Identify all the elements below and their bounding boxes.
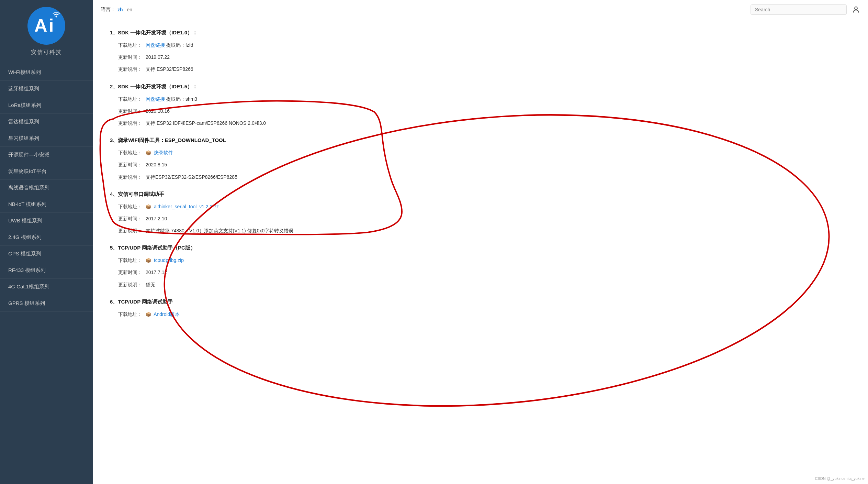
- field-label: 下载地址：: [118, 148, 146, 157]
- file-icon: 📦: [146, 256, 151, 264]
- sdk15-download-link[interactable]: 网盘链接: [146, 96, 165, 102]
- file-icon: 📦: [146, 310, 151, 318]
- sidebar: A i 安信可科技 Wi-Fi模组系列 蓝牙模组系列 LoRa模组系列 雷达模组…: [0, 0, 93, 484]
- serial-tool-notes: 支持波特率 74880（V1.0）添加英文支持(V1.1) 修复0x0字符转义错…: [146, 227, 293, 235]
- section5-notes: 更新说明： 暂无: [110, 280, 851, 289]
- sidebar-item-rf433[interactable]: RF433 模组系列: [0, 262, 93, 279]
- section4-notes: 更新说明： 支持波特率 74880（V1.0）添加英文支持(V1.1) 修复0x…: [110, 227, 851, 235]
- sidebar-item-opensource[interactable]: 开源硬件—小安派: [0, 147, 93, 163]
- field-label: 更新说明：: [118, 119, 146, 128]
- field-value: 📦 tcpudpdbg.zip: [146, 256, 184, 265]
- section6-title: 6、TCP/UDP 网络调试助手: [110, 299, 851, 305]
- section3-download: 下载地址： 📦 烧录软件: [110, 148, 851, 157]
- field-label: 下载地址：: [118, 41, 146, 50]
- sidebar-item-starflash[interactable]: 星闪模组系列: [0, 130, 93, 147]
- field-label: 更新说明：: [118, 65, 146, 74]
- field-label: 下载地址：: [118, 95, 146, 103]
- sdk15-extract-code: 提取码：shm3: [166, 96, 197, 102]
- logo-svg: A i: [31, 10, 62, 41]
- serial-tool-date: 2017.2.10: [146, 214, 167, 223]
- section-flash-tool: 3、烧录WiFi固件工具：ESP_DOWNLOAD_TOOL 下载地址： 📦 烧…: [110, 137, 851, 182]
- sdk15-date: 2020.10.16: [146, 107, 170, 116]
- section2-date: 更新时间： 2020.10.16: [110, 107, 851, 116]
- field-label: 更新时间：: [118, 214, 146, 223]
- section-tcpudp-android: 6、TCP/UDP 网络调试助手 下载地址： 📦 Android版本: [110, 299, 851, 319]
- section1-date: 更新时间： 2019.07.22: [110, 53, 851, 62]
- main-area: 语言： zh en 1、SDK 一体化开发环境（IDE1.0）： 下载地址： 网…: [93, 0, 868, 484]
- section4-date: 更新时间： 2017.2.10: [110, 214, 851, 223]
- section2-notes: 更新说明： 支持 ESP32 IDF和ESP-cam/ESP8266 NONOS…: [110, 119, 851, 128]
- sidebar-item-gprs[interactable]: GPRS 模组系列: [0, 295, 93, 312]
- section-sdk-ide15: 2、SDK 一体化开发环境（IDE1.5）： 下载地址： 网盘链接 提取码：sh…: [110, 84, 851, 128]
- flash-tool-download-link[interactable]: 烧录软件: [154, 150, 173, 155]
- section3-title: 3、烧录WiFi固件工具：ESP_DOWNLOAD_TOOL: [110, 137, 851, 144]
- field-label: 更新时间：: [118, 53, 146, 62]
- lang-en-button[interactable]: en: [127, 7, 133, 12]
- user-icon: [852, 6, 860, 13]
- serial-tool-download-link[interactable]: aithinker_serial_tool_v1.2.3.7z: [154, 204, 219, 209]
- sidebar-item-lora[interactable]: LoRa模组系列: [0, 97, 93, 114]
- lang-zh-button[interactable]: zh: [117, 7, 123, 12]
- watermark: CSDN @_yukinoshita_yukine: [815, 476, 865, 481]
- section4-title: 4、安信可串口调试助手: [110, 191, 851, 198]
- flash-tool-date: 2020.8.15: [146, 161, 167, 169]
- tcpudp-pc-download-link[interactable]: tcpudpdbg.zip: [154, 257, 184, 263]
- topbar: 语言： zh en: [93, 0, 868, 19]
- section-tcpudp-pc: 5、TCP/UDP 网络调试助手（PC版） 下载地址： 📦 tcpudpdbg.…: [110, 245, 851, 289]
- sidebar-item-bluetooth[interactable]: 蓝牙模组系列: [0, 81, 93, 97]
- sdk15-notes: 支持 ESP32 IDF和ESP-cam/ESP8266 NONOS 2.0和3…: [146, 119, 266, 128]
- field-value: 📦 烧录软件: [146, 148, 173, 157]
- section4-download: 下载地址： 📦 aithinker_serial_tool_v1.2.3.7z: [110, 202, 851, 211]
- logo-area: A i 安信可科技: [27, 7, 65, 56]
- lang-label: 语言：: [101, 7, 115, 13]
- section5-date: 更新时间： 2017.7.12: [110, 268, 851, 277]
- sidebar-item-24g[interactable]: 2.4G 模组系列: [0, 229, 93, 246]
- sidebar-item-nbiot[interactable]: NB-IoT 模组系列: [0, 196, 93, 213]
- section3-notes: 更新说明： 支持ESP32/ESP32-S2/ESP8266/ESP8285: [110, 173, 851, 182]
- sidebar-item-wifi[interactable]: Wi-Fi模组系列: [0, 64, 93, 81]
- search-area: [751, 4, 860, 15]
- section6-download: 下载地址： 📦 Android版本: [110, 310, 851, 319]
- svg-point-2: [56, 16, 57, 18]
- field-value: 网盘链接 提取码：fzfd: [146, 41, 193, 50]
- search-input[interactable]: [751, 4, 847, 15]
- field-value: 📦 aithinker_serial_tool_v1.2.3.7z: [146, 202, 219, 211]
- field-label: 更新时间：: [118, 268, 146, 277]
- section-sdk-ide10: 1、SDK 一体化开发环境（IDE1.0）： 下载地址： 网盘链接 提取码：fz…: [110, 30, 851, 74]
- section2-download: 下载地址： 网盘链接 提取码：shm3: [110, 95, 851, 103]
- sidebar-item-radar[interactable]: 雷达模组系列: [0, 114, 93, 130]
- nav-menu: Wi-Fi模组系列 蓝牙模组系列 LoRa模组系列 雷达模组系列 星闪模组系列 …: [0, 64, 93, 312]
- file-icon: 📦: [146, 149, 151, 157]
- field-label: 下载地址：: [118, 310, 146, 319]
- logo-circle: A i: [27, 7, 65, 45]
- sidebar-item-offlinevoice[interactable]: 离线语音模组系列: [0, 180, 93, 196]
- field-value: 📦 Android版本: [146, 310, 180, 319]
- field-label: 更新说明：: [118, 173, 146, 182]
- field-label: 更新说明：: [118, 280, 146, 289]
- field-label: 下载地址：: [118, 256, 146, 265]
- section5-title: 5、TCP/UDP 网络调试助手（PC版）: [110, 245, 851, 251]
- sidebar-item-uwb[interactable]: UWB 模组系列: [0, 213, 93, 229]
- user-icon-button[interactable]: [852, 6, 860, 13]
- sdk10-date: 2019.07.22: [146, 53, 170, 62]
- field-label: 下载地址：: [118, 202, 146, 211]
- tcpudp-pc-notes: 暂无: [146, 280, 155, 289]
- section3-date: 更新时间： 2020.8.15: [110, 161, 851, 169]
- sidebar-item-iot[interactable]: 爱星物联IoT平台: [0, 163, 93, 180]
- field-label: 更新时间：: [118, 107, 146, 116]
- section-serial-tool: 4、安信可串口调试助手 下载地址： 📦 aithinker_serial_too…: [110, 191, 851, 235]
- file-icon: 📦: [146, 203, 151, 211]
- field-label: 更新说明：: [118, 227, 146, 235]
- sdk10-download-link[interactable]: 网盘链接: [146, 42, 165, 48]
- sdk10-extract-code: 提取码：fzfd: [166, 42, 193, 48]
- sidebar-item-gps[interactable]: GPS 模组系列: [0, 246, 93, 262]
- flash-tool-notes: 支持ESP32/ESP32-S2/ESP8266/ESP8285: [146, 173, 237, 182]
- section2-title: 2、SDK 一体化开发环境（IDE1.5）：: [110, 84, 851, 90]
- tcpudp-android-download-link[interactable]: Android版本: [154, 311, 180, 317]
- field-label: 更新时间：: [118, 161, 146, 169]
- sidebar-item-4gcat1[interactable]: 4G Cat.1模组系列: [0, 279, 93, 295]
- sdk10-notes: 支持 ESP32/ESP8266: [146, 65, 193, 74]
- svg-text:A: A: [34, 15, 47, 35]
- company-name: 安信可科技: [31, 49, 62, 56]
- lang-switcher: 语言： zh en: [101, 7, 132, 13]
